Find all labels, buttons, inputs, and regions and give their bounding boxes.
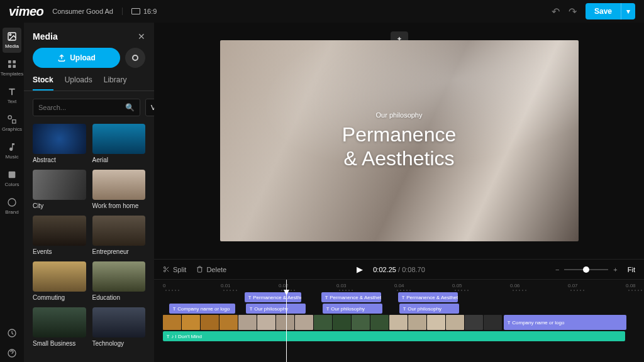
tab-library[interactable]: Library <box>104 75 127 90</box>
video-frame[interactable] <box>333 315 351 330</box>
video-frame[interactable] <box>370 315 389 330</box>
video-frame[interactable] <box>427 315 445 330</box>
search-icon[interactable]: 🔍 <box>125 103 135 112</box>
tab-uploads[interactable]: Uploads <box>65 75 92 90</box>
subtitle-track[interactable]: Company name or logoOur philosophyOur ph… <box>163 304 635 314</box>
category-card[interactable]: Entrepreneur <box>92 216 146 255</box>
save-button[interactable]: Save <box>586 3 621 19</box>
delete-button[interactable]: Delete <box>196 266 226 273</box>
rail-colors[interactable]: Colors <box>3 166 21 191</box>
video-frame[interactable] <box>465 315 483 330</box>
video-frame[interactable] <box>484 315 502 330</box>
svg-point-6 <box>8 116 11 119</box>
category-card[interactable]: Abstract <box>33 124 86 163</box>
timeline-clip[interactable]: Permanence & Aesthetics <box>245 292 301 302</box>
video-frame[interactable] <box>314 315 332 330</box>
timeline-clip[interactable]: Permanence & Aesthetics <box>398 292 458 302</box>
record-icon <box>132 55 138 61</box>
play-button[interactable]: ▶ <box>357 265 363 274</box>
category-card[interactable]: Small Business <box>33 307 86 347</box>
video-frame[interactable] <box>352 315 370 330</box>
media-type-filter[interactable]: Video ▾ <box>145 99 154 116</box>
category-card[interactable]: Education <box>92 261 146 301</box>
video-track[interactable]: Company name or logo <box>163 315 635 330</box>
save-dropdown[interactable]: ▾ <box>621 3 635 19</box>
audio-clip[interactable]: ♪ I Don't Mind <box>163 331 625 341</box>
category-label: Abstract <box>33 156 86 163</box>
upload-button[interactable]: Upload <box>33 48 120 68</box>
category-thumb <box>33 170 86 200</box>
timeline-clip[interactable]: Company name or logo <box>504 315 626 330</box>
video-frame[interactable] <box>276 315 294 330</box>
video-frame[interactable] <box>295 315 313 330</box>
video-frame[interactable] <box>219 315 238 330</box>
project-title[interactable]: Consumer Good Ad <box>52 8 113 15</box>
record-button[interactable] <box>125 48 145 68</box>
media-panel: Media ✕ Upload Stock Uploads Library 🔍 V… <box>24 23 154 362</box>
rail-text[interactable]: Text <box>3 83 21 108</box>
category-card[interactable]: Aerial <box>92 124 146 163</box>
category-thumb <box>33 307 86 337</box>
category-thumb <box>92 216 146 246</box>
category-card[interactable]: Technology <box>92 307 146 347</box>
svg-rect-3 <box>13 60 16 63</box>
timeline-clip[interactable]: Permanence & Aesthetics <box>321 292 381 302</box>
close-icon[interactable]: ✕ <box>138 31 145 41</box>
timeline-clip[interactable]: Our philosophy <box>246 304 306 314</box>
search-input[interactable] <box>38 104 125 111</box>
category-label: Work from home <box>92 202 146 209</box>
rail-help[interactable] <box>3 344 21 362</box>
tab-stock[interactable]: Stock <box>33 75 53 90</box>
category-card[interactable]: Work from home <box>92 170 146 209</box>
category-card[interactable]: City <box>33 170 86 209</box>
svg-point-12 <box>164 266 165 268</box>
video-frame[interactable] <box>389 315 408 330</box>
fit-button[interactable]: Fit <box>628 266 635 273</box>
zoom-out-button[interactable]: − <box>555 266 559 273</box>
video-frame[interactable] <box>238 315 257 330</box>
category-card[interactable]: Events <box>33 216 86 255</box>
rail-music[interactable]: Music <box>3 138 21 163</box>
playhead[interactable] <box>286 280 287 362</box>
category-label: Events <box>33 248 86 255</box>
zoom-in-button[interactable]: + <box>613 266 617 273</box>
category-thumb <box>92 307 146 337</box>
timeline[interactable]: 00.010.020.030.040.050.060.070.08 Perman… <box>154 279 644 362</box>
timeline-clip[interactable]: Our philosophy <box>323 304 382 314</box>
category-label: Entrepreneur <box>92 248 146 255</box>
preview-title: Permanence& Aesthetics <box>342 123 456 171</box>
upload-label: Upload <box>70 53 96 62</box>
video-frame[interactable] <box>408 315 426 330</box>
video-preview[interactable]: Our philosophy Permanence& Aesthetics <box>220 40 579 241</box>
svg-point-9 <box>8 199 16 206</box>
logo: vimeo <box>9 4 43 19</box>
undo-button[interactable]: ↶ <box>552 6 560 18</box>
video-frame[interactable] <box>446 315 464 330</box>
timeline-controls: Split Delete ▶ 0:02.25 / 0:08.70 − + Fit <box>154 259 644 279</box>
rail-brand[interactable]: Brand <box>3 194 21 219</box>
timeline-ruler[interactable]: 00.010.020.030.040.050.060.070.08 <box>154 280 644 291</box>
category-label: Commuting <box>33 294 86 301</box>
rail-graphics[interactable]: Graphics <box>3 111 21 136</box>
rail-speed[interactable] <box>3 324 21 342</box>
video-frame[interactable] <box>257 315 275 330</box>
category-card[interactable]: Commuting <box>33 261 86 301</box>
aspect-ratio[interactable]: 16:9 <box>122 8 157 15</box>
video-frame[interactable] <box>182 315 200 330</box>
split-button[interactable]: Split <box>163 266 186 273</box>
audio-track[interactable]: ♪ I Don't Mind <box>163 331 635 341</box>
redo-button[interactable]: ↷ <box>569 6 577 18</box>
zoom-slider[interactable] <box>564 269 608 270</box>
category-label: Small Business <box>33 340 86 347</box>
title-track[interactable]: Permanence & AestheticsPermanence & Aest… <box>163 292 635 302</box>
video-frame[interactable] <box>163 315 181 330</box>
timeline-clip[interactable]: Our philosophy <box>399 304 459 314</box>
search-box[interactable]: 🔍 <box>33 99 140 116</box>
video-frame[interactable] <box>201 315 219 330</box>
category-label: Education <box>92 294 146 301</box>
category-thumb <box>92 170 146 200</box>
rail-templates[interactable]: Templates <box>3 55 21 80</box>
preview-area: Our philosophy Permanence& Aesthetics <box>154 23 644 259</box>
timeline-clip[interactable]: Company name or logo <box>169 304 235 314</box>
rail-media[interactable]: Media <box>3 28 21 53</box>
